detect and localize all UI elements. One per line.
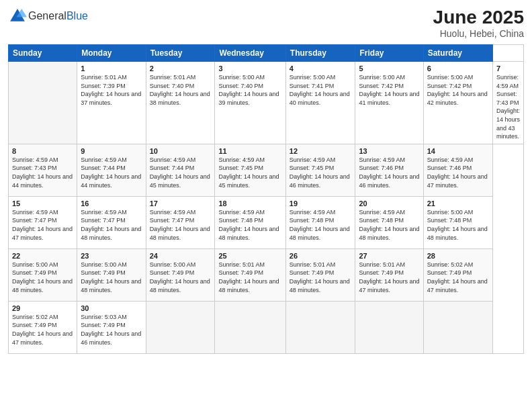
day-cell: 7Sunrise: 4:59 AMSunset: 7:43 PMDaylight… bbox=[492, 62, 523, 144]
calendar-header-row: SundayMondayTuesdayWednesdayThursdayFrid… bbox=[9, 45, 524, 62]
logo: GeneralBlue bbox=[8, 7, 88, 26]
day-cell: 22Sunrise: 5:00 AMSunset: 7:49 PMDayligh… bbox=[9, 248, 77, 301]
day-number: 5 bbox=[359, 64, 419, 73]
empty-cell bbox=[215, 301, 285, 353]
day-number: 28 bbox=[427, 252, 489, 260]
page: GeneralBlue June 2025 Huolu, Hebei, Chin… bbox=[0, 0, 532, 411]
day-number: 29 bbox=[12, 304, 73, 312]
day-number: 3 bbox=[218, 64, 281, 73]
day-cell: 5Sunrise: 5:00 AMSunset: 7:42 PMDaylight… bbox=[355, 62, 423, 144]
day-info: Sunrise: 4:59 AMSunset: 7:47 PMDaylight:… bbox=[81, 208, 142, 242]
day-number: 18 bbox=[218, 199, 281, 208]
day-info: Sunrise: 4:59 AMSunset: 7:44 PMDaylight:… bbox=[81, 156, 142, 189]
day-cell: 20Sunrise: 4:59 AMSunset: 7:48 PMDayligh… bbox=[355, 196, 423, 248]
calendar-subtitle: Huolu, Hebei, China bbox=[433, 28, 524, 39]
day-cell: 26Sunrise: 5:01 AMSunset: 7:49 PMDayligh… bbox=[285, 248, 355, 301]
day-info: Sunrise: 4:59 AMSunset: 7:46 PMDaylight:… bbox=[427, 156, 489, 189]
calendar-table: SundayMondayTuesdayWednesdayThursdayFrid… bbox=[8, 44, 524, 354]
day-info: Sunrise: 5:02 AMSunset: 7:49 PMDaylight:… bbox=[427, 261, 489, 294]
day-number: 21 bbox=[427, 199, 489, 208]
day-number: 13 bbox=[359, 147, 419, 155]
header-sunday: Sunday bbox=[9, 45, 77, 62]
day-number: 16 bbox=[81, 199, 142, 208]
day-cell: 30Sunrise: 5:03 AMSunset: 7:49 PMDayligh… bbox=[77, 301, 146, 353]
day-cell: 28Sunrise: 5:02 AMSunset: 7:49 PMDayligh… bbox=[423, 248, 492, 301]
day-info: Sunrise: 5:00 AMSunset: 7:49 PMDaylight:… bbox=[150, 261, 212, 294]
day-number: 6 bbox=[427, 64, 489, 73]
day-info: Sunrise: 4:59 AMSunset: 7:48 PMDaylight:… bbox=[218, 208, 281, 242]
day-info: Sunrise: 4:59 AMSunset: 7:45 PMDaylight:… bbox=[290, 156, 352, 189]
day-info: Sunrise: 5:00 AMSunset: 7:40 PMDaylight:… bbox=[218, 73, 281, 107]
day-info: Sunrise: 5:00 AMSunset: 7:48 PMDaylight:… bbox=[427, 208, 489, 242]
day-cell: 1Sunrise: 5:01 AMSunset: 7:39 PMDaylight… bbox=[77, 62, 146, 144]
day-info: Sunrise: 5:02 AMSunset: 7:49 PMDaylight:… bbox=[12, 313, 73, 347]
header-thursday: Thursday bbox=[285, 45, 355, 62]
header-saturday: Saturday bbox=[423, 45, 492, 62]
day-number: 27 bbox=[359, 252, 419, 260]
logo-icon bbox=[8, 7, 27, 26]
header-friday: Friday bbox=[355, 45, 423, 62]
empty-cell bbox=[355, 301, 423, 353]
day-number: 10 bbox=[150, 147, 212, 155]
day-info: Sunrise: 5:01 AMSunset: 7:40 PMDaylight:… bbox=[150, 73, 212, 107]
day-number: 1 bbox=[81, 64, 142, 73]
day-info: Sunrise: 5:01 AMSunset: 7:39 PMDaylight:… bbox=[81, 73, 142, 107]
calendar-week-row: 15Sunrise: 4:59 AMSunset: 7:47 PMDayligh… bbox=[9, 196, 524, 248]
day-info: Sunrise: 5:00 AMSunset: 7:41 PMDaylight:… bbox=[290, 73, 352, 107]
day-cell: 11Sunrise: 4:59 AMSunset: 7:45 PMDayligh… bbox=[215, 144, 285, 196]
day-number: 19 bbox=[290, 199, 352, 208]
day-cell: 27Sunrise: 5:01 AMSunset: 7:49 PMDayligh… bbox=[355, 248, 423, 301]
day-cell: 4Sunrise: 5:00 AMSunset: 7:41 PMDaylight… bbox=[285, 62, 355, 144]
day-info: Sunrise: 4:59 AMSunset: 7:47 PMDaylight:… bbox=[150, 208, 212, 242]
day-number: 14 bbox=[427, 147, 489, 155]
day-cell: 9Sunrise: 4:59 AMSunset: 7:44 PMDaylight… bbox=[77, 144, 146, 196]
day-cell: 6Sunrise: 5:00 AMSunset: 7:42 PMDaylight… bbox=[423, 62, 492, 144]
day-info: Sunrise: 5:01 AMSunset: 7:49 PMDaylight:… bbox=[218, 261, 281, 294]
day-info: Sunrise: 5:00 AMSunset: 7:49 PMDaylight:… bbox=[81, 261, 142, 294]
day-number: 24 bbox=[150, 252, 212, 260]
day-cell: 10Sunrise: 4:59 AMSunset: 7:44 PMDayligh… bbox=[146, 144, 215, 196]
day-number: 17 bbox=[150, 199, 212, 208]
day-cell: 17Sunrise: 4:59 AMSunset: 7:47 PMDayligh… bbox=[146, 196, 215, 248]
calendar-week-row: 29Sunrise: 5:02 AMSunset: 7:49 PMDayligh… bbox=[9, 301, 524, 353]
day-number: 4 bbox=[290, 64, 352, 73]
day-info: Sunrise: 4:59 AMSunset: 7:43 PMDaylight:… bbox=[496, 73, 520, 141]
day-cell: 19Sunrise: 4:59 AMSunset: 7:48 PMDayligh… bbox=[285, 196, 355, 248]
day-info: Sunrise: 4:59 AMSunset: 7:48 PMDaylight:… bbox=[290, 208, 352, 242]
day-info: Sunrise: 5:01 AMSunset: 7:49 PMDaylight:… bbox=[290, 261, 352, 294]
day-cell: 29Sunrise: 5:02 AMSunset: 7:49 PMDayligh… bbox=[9, 301, 77, 353]
day-info: Sunrise: 4:59 AMSunset: 7:48 PMDaylight:… bbox=[359, 208, 419, 242]
day-info: Sunrise: 5:00 AMSunset: 7:42 PMDaylight:… bbox=[427, 73, 489, 107]
calendar-week-row: 1Sunrise: 5:01 AMSunset: 7:39 PMDaylight… bbox=[9, 62, 524, 144]
header-tuesday: Tuesday bbox=[146, 45, 215, 62]
logo-text: GeneralBlue bbox=[28, 10, 88, 22]
empty-cell bbox=[285, 301, 355, 353]
day-number: 8 bbox=[12, 147, 73, 155]
day-info: Sunrise: 5:00 AMSunset: 7:49 PMDaylight:… bbox=[12, 261, 73, 294]
day-number: 9 bbox=[81, 147, 142, 155]
day-info: Sunrise: 4:59 AMSunset: 7:47 PMDaylight:… bbox=[12, 208, 73, 242]
day-info: Sunrise: 4:59 AMSunset: 7:43 PMDaylight:… bbox=[12, 156, 73, 189]
empty-cell bbox=[423, 301, 492, 353]
day-info: Sunrise: 4:59 AMSunset: 7:45 PMDaylight:… bbox=[218, 156, 281, 189]
calendar-week-row: 22Sunrise: 5:00 AMSunset: 7:49 PMDayligh… bbox=[9, 248, 524, 301]
empty-cell bbox=[146, 301, 215, 353]
day-cell: 2Sunrise: 5:01 AMSunset: 7:40 PMDaylight… bbox=[146, 62, 215, 144]
day-cell: 25Sunrise: 5:01 AMSunset: 7:49 PMDayligh… bbox=[215, 248, 285, 301]
day-cell: 8Sunrise: 4:59 AMSunset: 7:43 PMDaylight… bbox=[9, 144, 77, 196]
day-number: 25 bbox=[218, 252, 281, 260]
day-cell: 14Sunrise: 4:59 AMSunset: 7:46 PMDayligh… bbox=[423, 144, 492, 196]
day-info: Sunrise: 5:00 AMSunset: 7:42 PMDaylight:… bbox=[359, 73, 419, 107]
day-cell: 24Sunrise: 5:00 AMSunset: 7:49 PMDayligh… bbox=[146, 248, 215, 301]
day-number: 12 bbox=[290, 147, 352, 155]
day-cell: 3Sunrise: 5:00 AMSunset: 7:40 PMDaylight… bbox=[215, 62, 285, 144]
day-info: Sunrise: 5:03 AMSunset: 7:49 PMDaylight:… bbox=[81, 313, 142, 347]
day-cell: 21Sunrise: 5:00 AMSunset: 7:48 PMDayligh… bbox=[423, 196, 492, 248]
day-cell: 15Sunrise: 4:59 AMSunset: 7:47 PMDayligh… bbox=[9, 196, 77, 248]
calendar-title: June 2025 bbox=[433, 7, 524, 28]
day-number: 15 bbox=[12, 199, 73, 208]
day-number: 23 bbox=[81, 252, 142, 260]
calendar-week-row: 8Sunrise: 4:59 AMSunset: 7:43 PMDaylight… bbox=[9, 144, 524, 196]
day-number: 20 bbox=[359, 199, 419, 208]
day-number: 11 bbox=[218, 147, 281, 155]
